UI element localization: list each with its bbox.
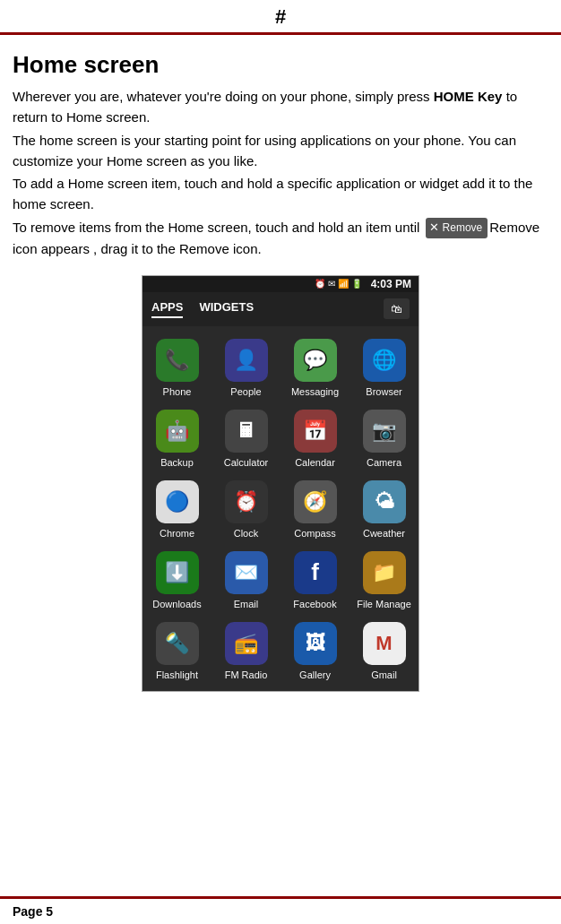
app-item-people[interactable]: 👤People xyxy=(211,332,280,402)
header-symbol: # xyxy=(275,5,286,28)
gallery-icon: 🖼 xyxy=(294,622,337,665)
people-label: People xyxy=(230,386,261,397)
camera-icon: 📷 xyxy=(363,410,406,453)
market-icon[interactable]: 🛍 xyxy=(384,298,410,319)
calendar-icon: 📅 xyxy=(294,410,337,453)
paragraph-3: To add a Home screen item, touch and hol… xyxy=(13,173,548,215)
flashlight-label: Flashlight xyxy=(156,669,198,680)
facebook-icon: f xyxy=(294,551,337,594)
app-item-clock[interactable]: ⏰Clock xyxy=(211,473,280,544)
app-item-compass[interactable]: 🧭Compass xyxy=(280,473,350,544)
browser-label: Browser xyxy=(366,386,401,397)
email-label: Email xyxy=(234,599,259,609)
remove-label: Remove xyxy=(443,220,483,237)
app-item-email[interactable]: ✉️Email xyxy=(211,544,280,615)
paragraph-4: To remove items from the Home screen, to… xyxy=(13,217,548,259)
app-item-gmail[interactable]: MGmail xyxy=(350,615,419,686)
gallery-label: Gallery xyxy=(299,669,331,680)
phone-label: Phone xyxy=(163,386,192,397)
calendar-label: Calendar xyxy=(295,457,335,468)
chrome-icon: 🔵 xyxy=(156,480,199,523)
backup-icon: 🤖 xyxy=(156,410,199,453)
app-item-flashlight[interactable]: 🔦Flashlight xyxy=(142,615,211,686)
calculator-icon: 🖩 xyxy=(225,410,268,453)
fmradio-icon: 📻 xyxy=(225,622,268,665)
app-item-calendar[interactable]: 📅Calendar xyxy=(280,402,350,473)
app-item-calculator[interactable]: 🖩Calculator xyxy=(211,402,280,473)
app-item-browser[interactable]: 🌐Browser xyxy=(350,332,419,402)
gmail-icon: M xyxy=(363,622,406,665)
clock-label: Clock xyxy=(234,528,259,539)
status-time: 4:03 PM xyxy=(371,278,411,290)
phone-screenshot: ⏰ ✉ 📶 🔋 4:03 PM APPS WIDGETS 🛍 📞Phone👤Pe… xyxy=(142,275,419,692)
paragraph-1: Wherever you are, whatever you're doing … xyxy=(13,86,548,128)
app-item-cweather[interactable]: 🌤Cweather xyxy=(350,473,419,544)
messaging-icon: 💬 xyxy=(294,339,337,382)
app-item-gallery[interactable]: 🖼Gallery xyxy=(280,615,350,686)
backup-label: Backup xyxy=(160,457,194,468)
compass-label: Compass xyxy=(294,528,335,539)
gmail-label: Gmail xyxy=(371,669,397,680)
downloads-label: Downloads xyxy=(152,599,201,609)
app-item-camera[interactable]: 📷Camera xyxy=(350,402,419,473)
calculator-label: Calculator xyxy=(224,457,269,468)
x-icon: ✕ xyxy=(429,219,439,237)
page-footer: Page 5 xyxy=(0,896,561,924)
fmradio-label: FM Radio xyxy=(225,669,268,680)
app-item-facebook[interactable]: fFacebook xyxy=(280,544,350,615)
app-item-fmradio[interactable]: 📻FM Radio xyxy=(211,615,280,686)
app-item-downloads[interactable]: ⬇️Downloads xyxy=(142,544,211,615)
people-icon: 👤 xyxy=(225,339,268,382)
filemanager-label: File Manage xyxy=(357,599,411,609)
messaging-label: Messaging xyxy=(291,386,339,397)
app-grid: 📞Phone👤People💬Messaging🌐Browser🤖Backup🖩C… xyxy=(142,326,419,691)
cweather-icon: 🌤 xyxy=(363,480,406,523)
app-item-phone[interactable]: 📞Phone xyxy=(142,332,211,402)
tab-widgets[interactable]: WIDGETS xyxy=(199,300,254,318)
app-item-chrome[interactable]: 🔵Chrome xyxy=(142,473,211,544)
tab-apps[interactable]: APPS xyxy=(151,300,183,318)
status-bar: ⏰ ✉ 📶 🔋 4:03 PM xyxy=(142,276,419,292)
paragraph-2: The home screen is your starting point f… xyxy=(13,130,548,172)
downloads-icon: ⬇️ xyxy=(156,551,199,594)
chrome-label: Chrome xyxy=(160,528,194,539)
clock-icon: ⏰ xyxy=(225,480,268,523)
app-item-backup[interactable]: 🤖Backup xyxy=(142,402,211,473)
content-area: Home screen Wherever you are, whatever y… xyxy=(0,35,561,710)
app-tabs: APPS WIDGETS 🛍 xyxy=(142,292,419,326)
cweather-label: Cweather xyxy=(363,528,405,539)
app-item-messaging[interactable]: 💬Messaging xyxy=(280,332,350,402)
phone-icon: 📞 xyxy=(156,339,199,382)
page-header: # xyxy=(0,0,561,35)
section-title: Home screen xyxy=(13,51,548,79)
email-icon: ✉️ xyxy=(225,551,268,594)
status-icons: ⏰ ✉ 📶 🔋 xyxy=(315,279,361,289)
compass-icon: 🧭 xyxy=(294,480,337,523)
browser-icon: 🌐 xyxy=(363,339,406,382)
camera-label: Camera xyxy=(367,457,401,468)
facebook-label: Facebook xyxy=(293,599,336,609)
app-item-filemanager[interactable]: 📁File Manage xyxy=(350,544,419,615)
flashlight-icon: 🔦 xyxy=(156,622,199,665)
filemanager-icon: 📁 xyxy=(363,551,406,594)
remove-badge: ✕ Remove xyxy=(426,218,488,237)
page-number: Page 5 xyxy=(13,904,53,919)
